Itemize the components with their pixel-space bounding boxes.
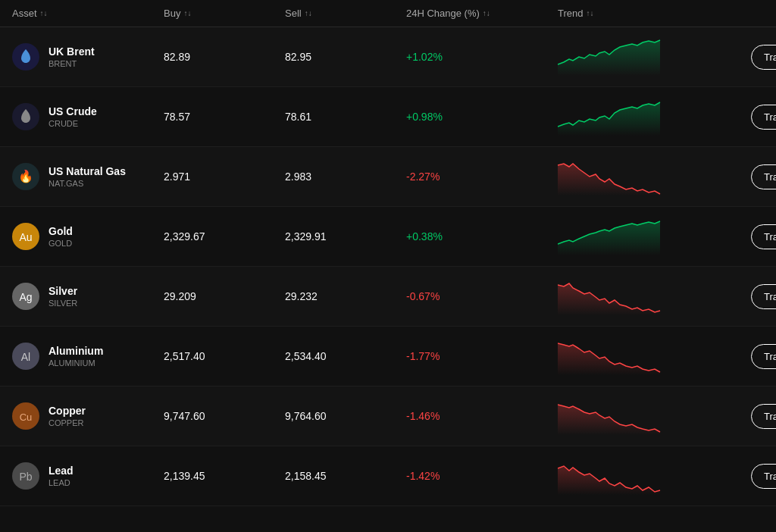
asset-info-lead: Lead LEAD	[48, 465, 74, 487]
asset-icon-copper: Cu	[12, 402, 39, 430]
asset-cell-us-natural-gas: 🔥 US Natural Gas NAT.GAS	[12, 163, 164, 190]
trade-button-us-natural-gas[interactable]: Trade now	[751, 164, 776, 189]
header-sell: Sell ↑↓	[285, 8, 406, 19]
asset-cell-aluminium: Al Aluminium ALUMINIUM	[12, 343, 164, 370]
sort-icon-trend[interactable]: ↑↓	[586, 9, 593, 17]
buy-price-gold: 2,329.67	[164, 230, 285, 243]
table-body: UK Brent BRENT 82.89 82.95 +1.02% Trade …	[0, 27, 776, 506]
asset-code-uk-brent: BRENT	[48, 59, 95, 68]
svg-text:Cu: Cu	[20, 412, 33, 423]
action-cell-us-natural-gas: Trade now	[709, 164, 776, 189]
asset-code-us-natural-gas: NAT.GAS	[48, 179, 126, 188]
action-cell-silver: Trade now	[709, 284, 776, 309]
sell-price-us-natural-gas: 2.983	[285, 171, 406, 183]
buy-price-aluminium: 2,517.40	[164, 350, 285, 362]
asset-name-lead: Lead	[48, 465, 74, 477]
asset-code-silver: SILVER	[48, 299, 77, 308]
change-us-crude: +0.98%	[406, 111, 558, 123]
asset-code-gold: GOLD	[48, 239, 73, 248]
asset-name-aluminium: Aluminium	[48, 345, 103, 357]
asset-icon-aluminium: Al	[12, 343, 39, 370]
svg-text:Ag: Ag	[19, 291, 32, 303]
change-lead: -1.42%	[406, 470, 558, 482]
asset-cell-us-crude: US Crude CRUDE	[12, 103, 164, 130]
asset-cell-uk-brent: UK Brent BRENT	[12, 43, 164, 70]
trade-button-lead[interactable]: Trade now	[751, 464, 776, 489]
asset-icon-lead: Pb	[12, 462, 39, 490]
sort-icon-asset[interactable]: ↑↓	[40, 9, 48, 17]
table-row: Cu Copper COPPER 9,747.60 9,764.60 -1.46…	[0, 386, 776, 446]
buy-price-uk-brent: 82.89	[164, 51, 285, 63]
sell-price-uk-brent: 82.95	[285, 51, 406, 63]
asset-name-us-natural-gas: US Natural Gas	[48, 165, 126, 177]
asset-code-lead: LEAD	[48, 478, 74, 487]
buy-price-copper: 9,747.60	[164, 410, 285, 422]
asset-name-us-crude: US Crude	[48, 105, 97, 117]
header-asset: Asset ↑↓	[12, 8, 164, 19]
header-action	[709, 8, 776, 19]
asset-code-us-crude: CRUDE	[48, 119, 97, 128]
table-header: Asset ↑↓ Buy ↑↓ Sell ↑↓ 24H Change (%) ↑…	[0, 0, 776, 27]
header-buy: Buy ↑↓	[164, 8, 285, 19]
table-row: 🔥 US Natural Gas NAT.GAS 2.971 2.983 -2.…	[0, 147, 776, 207]
action-cell-copper: Trade now	[709, 404, 776, 429]
trend-chart-us-natural-gas	[558, 158, 664, 196]
trade-button-silver[interactable]: Trade now	[751, 284, 776, 309]
change-uk-brent: +1.02%	[406, 51, 558, 63]
trend-chart-uk-brent	[558, 38, 664, 76]
change-gold: +0.38%	[406, 230, 558, 243]
table-row: UK Brent BRENT 82.89 82.95 +1.02% Trade …	[0, 27, 776, 87]
asset-info-uk-brent: UK Brent BRENT	[48, 45, 95, 68]
trend-chart-aluminium	[558, 337, 664, 375]
sell-price-us-crude: 78.61	[285, 111, 406, 123]
sell-price-gold: 2,329.91	[285, 230, 406, 243]
action-cell-uk-brent: Trade now	[709, 45, 776, 70]
trend-chart-us-crude	[558, 98, 664, 136]
asset-info-silver: Silver SILVER	[48, 285, 77, 308]
asset-icon-us-crude	[12, 103, 39, 130]
trade-button-gold[interactable]: Trade now	[751, 224, 776, 249]
asset-name-copper: Copper	[48, 405, 86, 417]
trend-chart-lead	[558, 457, 664, 495]
asset-cell-lead: Pb Lead LEAD	[12, 462, 164, 490]
action-cell-us-crude: Trade now	[709, 105, 776, 130]
asset-cell-copper: Cu Copper COPPER	[12, 402, 164, 430]
header-trend: Trend ↑↓	[558, 8, 709, 19]
asset-code-copper: COPPER	[48, 418, 86, 427]
asset-icon-uk-brent	[12, 43, 39, 70]
asset-info-gold: Gold GOLD	[48, 225, 73, 248]
buy-price-us-crude: 78.57	[164, 111, 285, 123]
commodities-table: Asset ↑↓ Buy ↑↓ Sell ↑↓ 24H Change (%) ↑…	[0, 0, 776, 506]
sell-price-copper: 9,764.60	[285, 410, 406, 422]
asset-icon-us-natural-gas: 🔥	[12, 163, 39, 190]
asset-name-gold: Gold	[48, 225, 73, 237]
asset-name-uk-brent: UK Brent	[48, 45, 95, 58]
svg-text:🔥: 🔥	[18, 169, 33, 183]
trade-button-copper[interactable]: Trade now	[751, 404, 776, 429]
table-row: Pb Lead LEAD 2,139.45 2,158.45 -1.42%	[0, 446, 776, 506]
sort-icon-change[interactable]: ↑↓	[483, 9, 490, 17]
sell-price-silver: 29.232	[285, 290, 406, 302]
asset-info-us-natural-gas: US Natural Gas NAT.GAS	[48, 165, 126, 188]
sell-price-lead: 2,158.45	[285, 470, 406, 482]
trend-chart-gold	[558, 217, 664, 255]
trend-chart-copper	[558, 397, 664, 435]
action-cell-gold: Trade now	[709, 224, 776, 249]
change-us-natural-gas: -2.27%	[406, 171, 558, 183]
trade-button-aluminium[interactable]: Trade now	[751, 344, 776, 369]
change-copper: -1.46%	[406, 410, 558, 422]
asset-info-aluminium: Aluminium ALUMINIUM	[48, 345, 103, 368]
table-row: Ag Silver SILVER 29.209 29.232 -0.67%	[0, 267, 776, 327]
sort-icon-sell[interactable]: ↑↓	[305, 9, 312, 17]
change-aluminium: -1.77%	[406, 350, 558, 362]
table-row: Al Aluminium ALUMINIUM 2,517.40 2,534.40…	[0, 327, 776, 386]
svg-text:Au: Au	[19, 231, 32, 243]
trade-button-uk-brent[interactable]: Trade now	[751, 45, 776, 70]
svg-text:Al: Al	[21, 351, 30, 363]
asset-code-aluminium: ALUMINIUM	[48, 358, 103, 368]
svg-text:Pb: Pb	[19, 471, 32, 483]
asset-cell-silver: Ag Silver SILVER	[12, 283, 164, 310]
buy-price-us-natural-gas: 2.971	[164, 171, 285, 183]
trade-button-us-crude[interactable]: Trade now	[751, 105, 776, 130]
sort-icon-buy[interactable]: ↑↓	[183, 9, 191, 17]
